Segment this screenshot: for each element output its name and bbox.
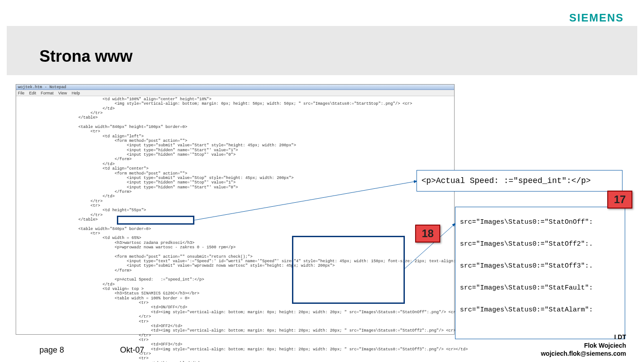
- footer-name: Flok Wojciech: [541, 341, 626, 349]
- callout-18-row-2: src="Images\Status0:="StatOff3":.: [460, 263, 620, 269]
- svg-line-0: [194, 181, 416, 220]
- footer-right: I DT Flok Wojciech wojciech.flok@siemens…: [541, 333, 626, 358]
- callout-18-row-3: src="Images\Status0:="StatFault":: [460, 285, 620, 291]
- callout-18: src="Images\Status0:="StatOnOff": src="I…: [455, 207, 625, 339]
- callout-18-row-4: src="Images\Status0:="StatAlarm":: [460, 307, 620, 313]
- footer-email: wojciech.flok@siemens.com: [541, 349, 626, 358]
- badge-18: 18: [415, 225, 440, 243]
- callout-18-row-1: src="Images\Status0:="StatOff2":.: [460, 241, 620, 247]
- badge-17: 17: [607, 191, 632, 209]
- callout-17-text: <p>Actual Speed: :="speed_int":</p>: [421, 176, 591, 185]
- callout-18-row-0: src="Images\Status0:="StatOnOff":: [460, 219, 620, 226]
- callout-17: <p>Actual Speed: :="speed_int":</p>: [416, 170, 623, 192]
- footer-page: page 8: [39, 345, 64, 355]
- footer-date: Okt-07: [120, 345, 144, 355]
- footer-dept: I DT: [541, 333, 626, 341]
